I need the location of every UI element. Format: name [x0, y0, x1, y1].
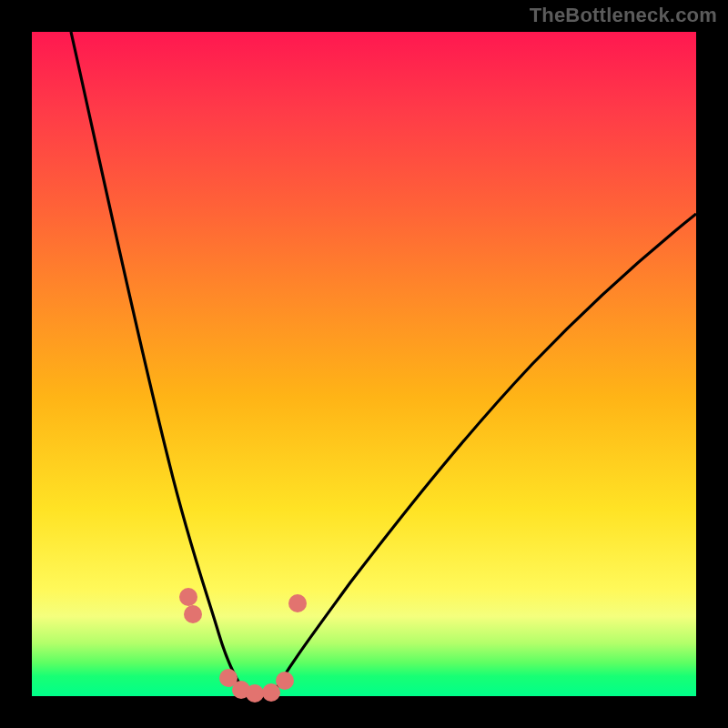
plot-area: [32, 32, 696, 696]
left-marker-lower: [184, 605, 202, 623]
marker-group: [179, 588, 307, 703]
watermark-text: TheBottleneck.com: [530, 4, 717, 27]
left-marker-upper: [179, 588, 197, 606]
left-curve: [71, 32, 248, 696]
right-curve: [272, 214, 696, 696]
chart-frame: TheBottleneck.com: [0, 0, 728, 728]
curve-layer: [32, 32, 696, 696]
bottom-marker-5: [276, 672, 294, 690]
bottom-marker-3: [246, 684, 264, 703]
right-marker-upper: [288, 594, 307, 612]
